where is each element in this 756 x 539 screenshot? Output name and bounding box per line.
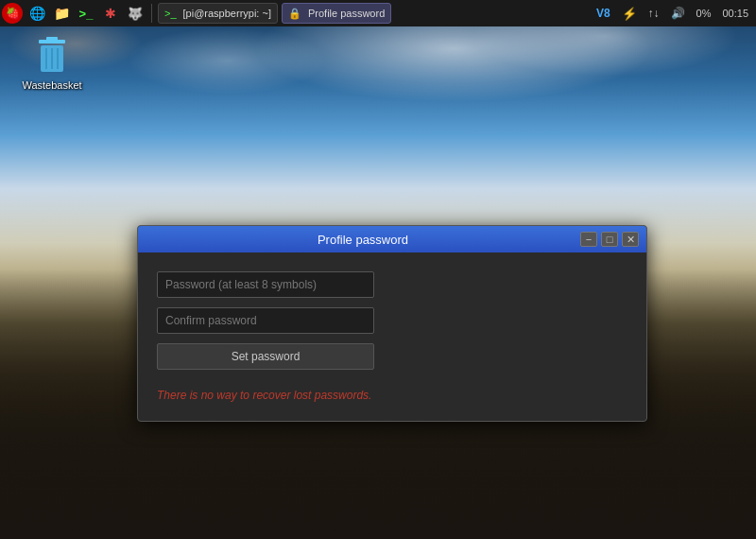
file-manager-icon[interactable]: 📁 (51, 3, 72, 24)
battery-indicator[interactable]: 0% (693, 3, 715, 24)
settings-icon-glyph: ✱ (105, 6, 116, 21)
taskbar: 🍓 🌐 📁 >_ ✱ 🐺 >_ [pi@raspberrypi: ~] (0, 0, 756, 26)
wastebasket-label: Wastebasket (22, 79, 81, 91)
confirm-password-input[interactable] (157, 307, 374, 334)
antivirus-icon[interactable]: 🐺 (125, 3, 146, 24)
password-input[interactable] (157, 271, 374, 298)
terminal-launcher-icon[interactable]: >_ (76, 3, 96, 24)
systray: V8 ⚡ ↑↓ 🔊 0% 00:15 (593, 3, 756, 24)
clock[interactable]: 00:15 (718, 3, 752, 24)
dialog-minimize-button[interactable]: − (580, 232, 597, 247)
taskbar-separator-1 (151, 4, 152, 23)
terminal-icon-glyph: >_ (79, 7, 94, 21)
terminal-taskbar-label: [pi@raspberrypi: ~] (183, 8, 271, 19)
desktop: 🍓 🌐 📁 >_ ✱ 🐺 >_ [pi@raspberrypi: ~] (0, 0, 756, 539)
bluetooth-icon[interactable]: ⚡ (618, 3, 641, 24)
lock-taskbar-icon: 🔒 (288, 8, 301, 20)
volume-icon-glyph: 🔊 (671, 7, 685, 20)
wastebasket-svg (33, 36, 71, 78)
vnc-icon[interactable]: V8 (593, 3, 614, 24)
bluetooth-icon-glyph: ⚡ (622, 7, 637, 21)
profile-password-taskbar-label: Profile password (308, 8, 385, 19)
dialog-content: Set password There is no way to recover … (138, 252, 646, 421)
volume-icon[interactable]: 🔊 (667, 3, 689, 24)
antivirus-icon-glyph: 🐺 (128, 7, 143, 21)
wastebasket-icon-image (31, 36, 73, 78)
wastebasket-desktop-icon[interactable]: Wastebasket (19, 36, 85, 91)
dialog-close-button[interactable]: ✕ (622, 232, 639, 247)
dialog-titlebar[interactable]: Profile password − □ ✕ (138, 226, 646, 252)
folder-icon-glyph: 📁 (54, 6, 70, 21)
network-icon-glyph: ↑↓ (648, 7, 660, 20)
raspberry-logo-icon: 🍓 (2, 3, 23, 24)
dialog-maximize-button[interactable]: □ (601, 232, 618, 247)
profile-password-dialog: Profile password − □ ✕ Set password Ther… (137, 225, 647, 422)
taskbar-left: 🍓 🌐 📁 >_ ✱ 🐺 >_ [pi@raspberrypi: ~] (0, 3, 391, 24)
terminal-taskbar-icon: >_ (164, 8, 177, 19)
set-password-button[interactable]: Set password (157, 343, 374, 370)
network-icon[interactable]: ↑↓ (644, 3, 663, 24)
globe-icon-glyph: 🌐 (29, 6, 45, 21)
vnc-icon-glyph: V8 (596, 7, 610, 20)
clouds-bg (0, 0, 756, 243)
time-label: 00:15 (722, 8, 748, 19)
settings-launcher-icon[interactable]: ✱ (100, 3, 121, 24)
raspberry-menu-button[interactable]: 🍓 (2, 3, 23, 24)
svg-rect-1 (46, 37, 58, 41)
globe-browser-icon[interactable]: 🌐 (26, 3, 47, 24)
battery-label: 0% (696, 8, 712, 19)
terminal-taskbar-button[interactable]: >_ [pi@raspberrypi: ~] (158, 3, 278, 24)
profile-password-taskbar-button[interactable]: 🔒 Profile password (282, 3, 391, 24)
dialog-controls: − □ ✕ (580, 232, 639, 247)
dialog-title: Profile password (146, 233, 580, 247)
warning-text: There is no way to recover lost password… (157, 389, 627, 402)
